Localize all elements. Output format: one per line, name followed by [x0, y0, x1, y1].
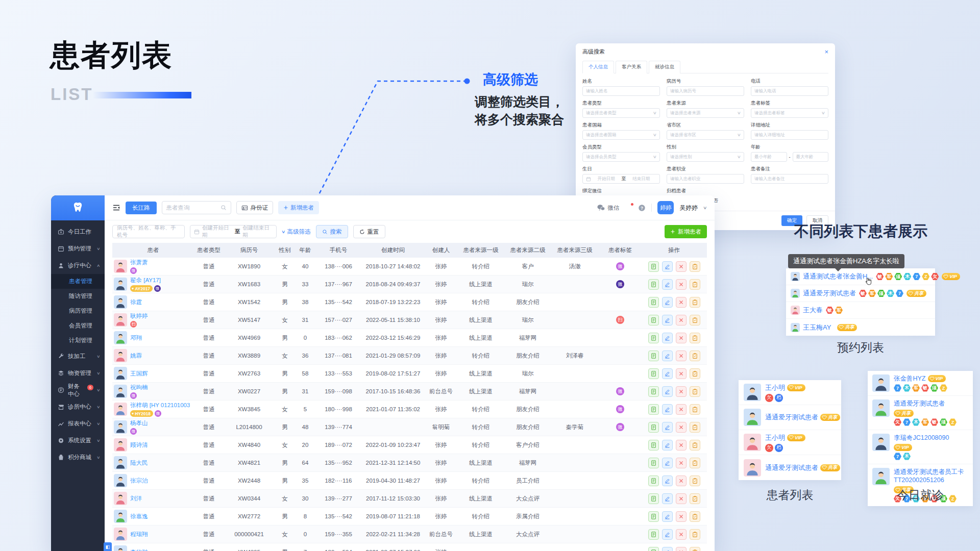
- add-patient-button-top[interactable]: 新增患者: [278, 201, 319, 214]
- edit-button[interactable]: [662, 368, 673, 379]
- patient-name-link[interactable]: 通通爱牙测试患者: [765, 413, 818, 422]
- edit-button[interactable]: [662, 350, 673, 361]
- patient-name-link[interactable]: 王小明: [765, 383, 785, 392]
- list-item[interactable]: 通通爱牙测试患者共享: [739, 405, 841, 430]
- sidebar-subitem-计划管理[interactable]: 计划管理: [51, 333, 105, 348]
- archive-button[interactable]: [690, 475, 700, 486]
- patient-name-link[interactable]: 杨孝山: [130, 419, 148, 427]
- list-item[interactable]: 王小明VIP欠档: [739, 430, 841, 455]
- patient-name-link[interactable]: 姚蓉: [130, 352, 142, 360]
- archive-button[interactable]: [690, 440, 700, 450]
- patient-name-link[interactable]: 张宗治: [130, 477, 148, 485]
- list-item[interactable]: 王大春敏军: [786, 302, 935, 319]
- edit-button[interactable]: [662, 458, 673, 468]
- table-row[interactable]: 徐霆普通XW1542男38135····5422018-07-19 13:22:…: [112, 293, 707, 311]
- archive-button[interactable]: [690, 404, 700, 415]
- archive-button[interactable]: [690, 297, 700, 308]
- table-row[interactable]: 张梓萌 [HY 012101003♥HY2018微普通XW3845女5180··…: [112, 400, 707, 418]
- patient-name-link[interactable]: 祝昫楠: [130, 384, 148, 391]
- delete-button[interactable]: [676, 422, 687, 433]
- add-patient-button-green[interactable]: 新增患者: [665, 225, 707, 238]
- select-field[interactable]: 请选择会员类型∨: [582, 152, 660, 162]
- patient-name-link[interactable]: 徐嘉逸: [130, 513, 148, 520]
- delete-button[interactable]: [676, 529, 687, 540]
- view-record-button[interactable]: [648, 279, 659, 290]
- text-field[interactable]: 请输入电话: [751, 86, 828, 96]
- sidebar-item-诊所中心[interactable]: 诊所中心∨: [51, 398, 105, 415]
- tab-客户关系[interactable]: 客户关系: [616, 61, 647, 73]
- view-record-button[interactable]: [648, 386, 659, 397]
- patient-name-link[interactable]: 顾诗清: [130, 441, 148, 449]
- clinic-button[interactable]: 长江路: [126, 202, 157, 214]
- delete-button[interactable]: [676, 297, 687, 308]
- user-avatar[interactable]: 婷婷: [657, 201, 674, 214]
- delete-button[interactable]: [676, 333, 687, 343]
- sidebar-item-技加工[interactable]: 技加工∨: [51, 348, 105, 365]
- patient-name-link[interactable]: 李瑞奇JC12008090: [894, 434, 949, 442]
- patient-name-link[interactable]: 翟余 [AY17]: [130, 277, 161, 284]
- list-item[interactable]: 通通测试患者张金善H...敏军须木7Z欠VIP: [786, 268, 935, 285]
- search-button[interactable]: 搜索: [316, 225, 348, 238]
- archive-button[interactable]: [690, 458, 700, 468]
- sidebar-item-报表中心[interactable]: 报表中心∨: [51, 415, 105, 432]
- delete-button[interactable]: [676, 350, 687, 361]
- table-row[interactable]: 陆大民普通XW4821男64135····9522021-12-31 12:14…: [112, 454, 707, 472]
- delete-button[interactable]: [676, 386, 687, 397]
- list-item[interactable]: 通通爱牙测试患者共享欠7木军敏须Z: [868, 396, 973, 430]
- view-record-button[interactable]: [648, 333, 659, 343]
- table-row[interactable]: 张宗治普通XW2448男35182····1162019-04-30 11:48…: [112, 472, 707, 490]
- delete-button[interactable]: [676, 261, 687, 272]
- list-item[interactable]: 李瑞奇JC12008090VIP7木: [868, 430, 973, 464]
- table-row[interactable]: 刘洋普通XW0344女30139····2772017-11-12 15:03:…: [112, 490, 707, 508]
- view-record-button[interactable]: [648, 529, 659, 540]
- select-field[interactable]: 请选择省市区∨: [667, 130, 744, 140]
- list-item[interactable]: 王玉梅AY共享: [786, 319, 935, 336]
- edit-button[interactable]: [662, 404, 673, 415]
- table-row[interactable]: 祝昫楠微普通XW0227男31159····0982017-10-15 16:4…: [112, 383, 707, 400]
- table-row[interactable]: 邓翔普通XW4969男0183····0622022-03-12 15:46:2…: [112, 329, 707, 347]
- collapse-menu-icon[interactable]: [112, 204, 120, 212]
- patient-name-link[interactable]: 王大春: [803, 306, 823, 315]
- wechat-button[interactable]: 微信: [597, 204, 619, 212]
- chevron-down-icon[interactable]: ∨: [703, 206, 707, 210]
- view-record-button[interactable]: [648, 475, 659, 486]
- patient-name-link[interactable]: 通通爱牙测试患者: [894, 399, 945, 408]
- view-record-button[interactable]: [648, 440, 659, 450]
- tab-个人信息[interactable]: 个人信息: [582, 61, 614, 73]
- archive-button[interactable]: [690, 368, 700, 379]
- sidebar-item-系统设置[interactable]: 系统设置∨: [51, 432, 105, 449]
- select-field[interactable]: 请选择性别∨: [667, 152, 744, 162]
- archive-button[interactable]: [690, 279, 700, 290]
- table-row[interactable]: 杨孝山微普通L2014800男48139····774翁明菊转介绍朋友介绍秦学菊…: [112, 418, 707, 436]
- view-record-button[interactable]: [648, 261, 659, 272]
- view-record-button[interactable]: [648, 368, 659, 379]
- delete-button[interactable]: [676, 475, 687, 486]
- patient-name-link[interactable]: 通通爱牙测试患者: [765, 463, 818, 472]
- edit-button[interactable]: [662, 511, 673, 522]
- archive-button[interactable]: [690, 386, 700, 397]
- table-row[interactable]: 李牧翀普通XW4395男7139····5942021-08-27 15:27:…: [112, 543, 707, 551]
- patient-name-link[interactable]: 通通爱牙测试患者: [803, 289, 856, 298]
- list-item[interactable]: 张金善HYZVIP7木军敏须Z: [868, 371, 973, 396]
- view-record-button[interactable]: [648, 458, 659, 468]
- close-icon[interactable]: ×: [824, 48, 828, 55]
- archive-button[interactable]: [690, 261, 700, 272]
- help-icon[interactable]: ?: [638, 204, 646, 212]
- table-row[interactable]: 耿婷婷扫普通XW5147女31157····0272022-05-11 15:3…: [112, 311, 707, 329]
- text-field[interactable]: 请输入详细地址: [751, 130, 828, 140]
- table-row[interactable]: 姚蓉普通XW3889女36137····0812021-01-29 08:57:…: [112, 347, 707, 365]
- text-field[interactable]: 请输入患者备注: [751, 174, 828, 184]
- archive-button[interactable]: [690, 493, 700, 504]
- text-field[interactable]: 请输入姓名: [582, 86, 660, 96]
- table-row[interactable]: 翟余 [AY17]♥AY2017微普通XW1683男33137····96720…: [112, 276, 707, 293]
- sidebar-item-今日工作[interactable]: 今日工作: [51, 223, 105, 240]
- app-logo[interactable]: [51, 195, 105, 220]
- archive-button[interactable]: [690, 529, 700, 540]
- patient-name-link[interactable]: 邓翔: [130, 334, 142, 342]
- list-item[interactable]: 王小明VIP欠档: [739, 380, 841, 405]
- patient-name-link[interactable]: 陆大民: [130, 459, 148, 467]
- date-range-input[interactable]: 创建开始日期 至 创建结束日期: [190, 225, 277, 238]
- table-row[interactable]: 张萧萧微普通XW1890女40138····0062018-10-27 14:4…: [112, 258, 707, 276]
- delete-button[interactable]: [676, 404, 687, 415]
- edit-button[interactable]: [662, 422, 673, 433]
